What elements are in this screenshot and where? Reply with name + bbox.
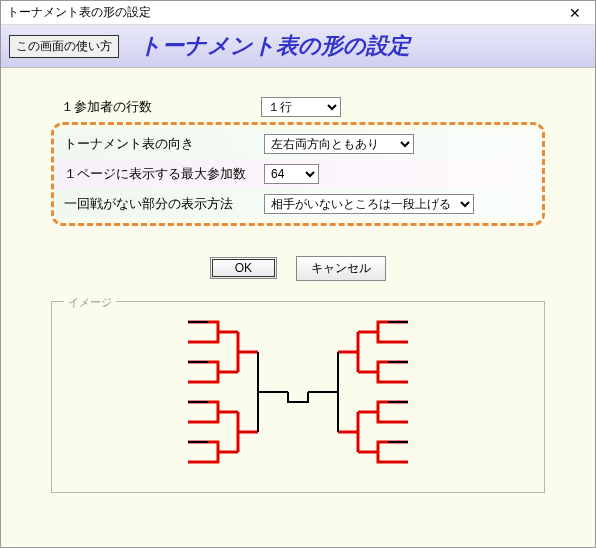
select-max-participants[interactable]: 64 [264, 164, 319, 184]
window-title: トーナメント表の形の設定 [7, 4, 151, 21]
label-participant-lines: １参加者の行数 [61, 98, 261, 116]
help-button[interactable]: この画面の使い方 [9, 35, 119, 58]
label-bye-display: 一回戦がない部分の表示方法 [64, 195, 264, 213]
close-button[interactable]: ✕ [561, 3, 589, 23]
select-bye-display[interactable]: 相手がいないところは一段上げる [264, 194, 474, 214]
titlebar: トーナメント表の形の設定 ✕ [1, 1, 595, 25]
button-row: OK キャンセル [51, 256, 545, 281]
image-preview-label: イメージ [64, 295, 116, 310]
form-rows: １参加者の行数 １行 トーナメント表の向き 左右両方向ともあり １ページに表示す… [51, 92, 545, 226]
ok-button[interactable]: OK [210, 257, 277, 279]
row-orientation: トーナメント表の向き 左右両方向ともあり [54, 129, 542, 159]
content-area: １参加者の行数 １行 トーナメント表の向き 左右両方向ともあり １ページに表示す… [1, 68, 595, 546]
row-max-participants: １ページに表示する最大参加数 64 [54, 159, 542, 189]
bracket-preview-icon [178, 312, 418, 472]
select-orientation[interactable]: 左右両方向ともあり [264, 134, 414, 154]
label-orientation: トーナメント表の向き [64, 135, 264, 153]
highlighted-settings-group: トーナメント表の向き 左右両方向ともあり １ページに表示する最大参加数 64 一… [51, 122, 545, 226]
select-participant-lines[interactable]: １行 [261, 97, 341, 117]
row-participant-lines: １参加者の行数 １行 [51, 92, 545, 122]
cancel-button[interactable]: キャンセル [296, 256, 386, 281]
header-bar: この画面の使い方 トーナメント表の形の設定 [1, 25, 595, 68]
label-max-participants: １ページに表示する最大参加数 [64, 165, 264, 183]
dialog-window: トーナメント表の形の設定 ✕ この画面の使い方 トーナメント表の形の設定 １参加… [0, 0, 596, 548]
page-title: トーナメント表の形の設定 [139, 31, 410, 61]
image-preview-group: イメージ [51, 301, 545, 493]
row-bye-display: 一回戦がない部分の表示方法 相手がいないところは一段上げる [54, 189, 542, 219]
